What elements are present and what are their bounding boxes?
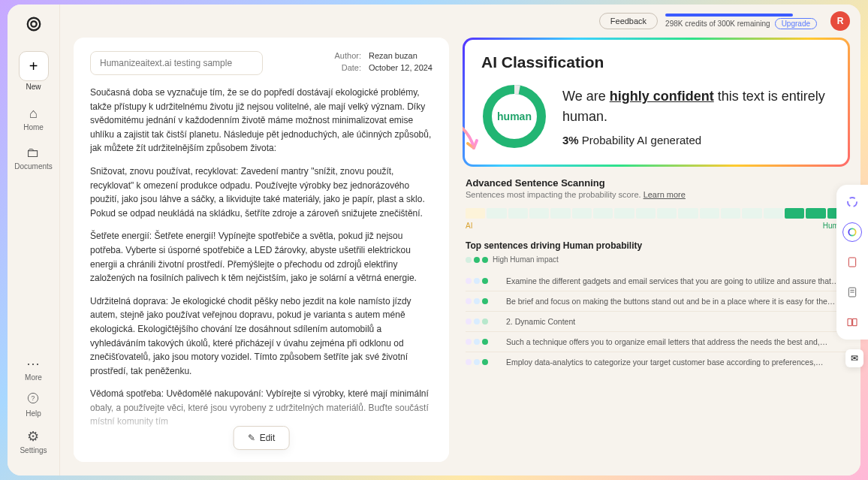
help-icon: ? (27, 392, 39, 408)
ai-color-icon[interactable] (842, 222, 862, 242)
sentence-row[interactable]: Employ data-analytics to categorize your… (466, 352, 847, 372)
svg-point-0 (27, 18, 40, 31)
classification-title: AI Classification (481, 53, 831, 71)
note-icon[interactable] (842, 282, 862, 302)
sidebar-item-label: Home (23, 123, 44, 131)
feedback-button[interactable]: Feedback (599, 13, 658, 29)
sidebar-item-documents[interactable]: 🗀 Documents (14, 145, 53, 171)
credits-indicator: 298K credits of 300K remaining Upgrade (665, 14, 817, 29)
sidebar: + New ⌂ Home 🗀 Documents ⋯ More ? Help ⚙… (8, 5, 60, 475)
advanced-section: Advanced Sentence Scanning Sentences mos… (463, 174, 850, 372)
avatar[interactable]: R (830, 11, 850, 31)
sidebar-item-label: Documents (14, 162, 53, 171)
new-button[interactable]: + (19, 51, 49, 81)
document-card: Author: Rezan buzan Date: October 12, 20… (74, 38, 449, 462)
pencil-icon: ✎ (248, 433, 255, 443)
title-input[interactable] (90, 51, 263, 75)
sidebar-item-help[interactable]: ? Help (26, 392, 41, 418)
plus-icon: + (29, 58, 38, 75)
advanced-title: Advanced Sentence Scanning (466, 177, 847, 189)
donut-label: human (481, 83, 547, 149)
svg-point-7 (848, 228, 855, 235)
sidebar-item-home[interactable]: ⌂ Home (23, 106, 44, 131)
tools-rail (836, 185, 868, 340)
app-logo[interactable] (23, 14, 44, 35)
classification-card: AI Classification human We are highly co… (463, 38, 850, 167)
sentence-row[interactable]: Examine the different gadgets and email … (466, 271, 847, 291)
spectrum-bar (466, 208, 847, 219)
sentence-list: Examine the different gadgets and email … (466, 271, 847, 372)
probability-text: 3% Probability AI generated (562, 134, 831, 146)
sentence-row[interactable]: Such a technique offers you to organize … (466, 332, 847, 352)
documents-icon: 🗀 (26, 145, 40, 161)
arrow-swoosh-icon (463, 115, 480, 163)
svg-text:?: ? (32, 394, 35, 402)
topbar: Feedback 298K credits of 300K remaining … (60, 5, 860, 38)
results-panel: AI Classification human We are highly co… (463, 38, 850, 462)
svg-rect-8 (848, 258, 855, 267)
paragraph: Současná doba se vyznačuje tím, že se do… (90, 86, 432, 155)
document-body[interactable]: Současná doba se vyznačuje tím, že se do… (90, 86, 432, 451)
file-icon[interactable] (842, 252, 862, 272)
more-icon: ⋯ (26, 355, 40, 372)
credits-text: 298K credits of 300K remaining (665, 20, 770, 28)
advanced-subtitle: Sentences most impacting the probability… (466, 190, 847, 199)
credits-bar (665, 14, 793, 17)
sentence-row[interactable]: Be brief and focus on making the buttons… (466, 291, 847, 312)
human-probability-donut: human (481, 83, 547, 149)
document-meta: Author: Rezan buzan Date: October 12, 20… (335, 51, 432, 72)
learn-more-link[interactable]: Learn more (643, 190, 686, 199)
paragraph: Snižovat, znovu používat, recyklovat: Za… (90, 165, 432, 220)
edit-button[interactable]: ✎ Edit (234, 426, 290, 450)
confidence-text: We are highly confident this text is ent… (562, 86, 831, 125)
sidebar-item-settings[interactable]: ⚙ Settings (20, 428, 47, 454)
top-sentences-title: Top sentences driving Human probability (466, 240, 847, 251)
settings-icon: ⚙ (27, 428, 39, 445)
date-value: October 12, 2024 (369, 63, 432, 72)
book-icon[interactable] (842, 312, 862, 332)
spinner-icon[interactable] (842, 192, 862, 212)
svg-point-6 (848, 198, 857, 207)
paragraph: Vědomá spotřeba: Uvědomělé nakupování: V… (90, 387, 432, 429)
paragraph: Udržitelná doprava: Je ekologické chodit… (90, 294, 432, 379)
upgrade-button[interactable]: Upgrade (775, 18, 817, 29)
sidebar-item-more[interactable]: ⋯ More (25, 355, 42, 382)
svg-point-1 (31, 21, 36, 26)
impact-legend: High Human impact (466, 255, 847, 264)
spectrum-ai-label: AI (466, 222, 472, 230)
new-label: New (26, 83, 41, 91)
paragraph: Šetřete energií: Šetřete energií! Vypíne… (90, 229, 432, 285)
floating-widget[interactable]: ✉ (845, 349, 863, 367)
home-icon: ⌂ (29, 106, 38, 122)
sentence-row[interactable]: 2. Dynamic Content (466, 312, 847, 332)
author-value: Rezan buzan (369, 51, 432, 60)
